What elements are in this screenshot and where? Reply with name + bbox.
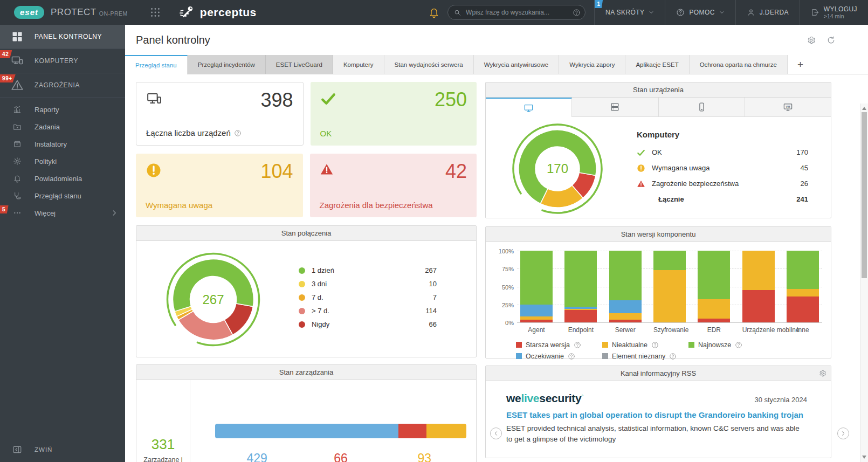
help-icon[interactable] (651, 341, 659, 349)
device-type-tab-monitor[interactable] (486, 98, 572, 117)
sidebar-item-zagro-enia[interactable]: 99+ZAGROŻENIA (0, 73, 125, 98)
help-menu[interactable]: POMOC (665, 0, 735, 25)
device-status-row-wymagana-uwaga[interactable]: Wymagana uwaga45 (637, 160, 808, 176)
sidebar-collapse-button[interactable]: ZWIŃ (0, 437, 125, 462)
stacked-bar-urz-dzenie-mobilne[interactable] (742, 251, 775, 322)
rss-article-headline-link[interactable]: ESET takes part in global operation to d… (506, 410, 807, 419)
device-type-tab-server[interactable] (572, 98, 658, 116)
tasks-icon (0, 122, 35, 131)
tab-przegl-d-incydent-w[interactable]: Przegląd incydentów (188, 55, 266, 74)
user-icon (747, 8, 755, 17)
device-type-tab-vm[interactable]: VM (745, 98, 831, 116)
rss-next-article-button[interactable] (837, 427, 849, 439)
stacked-bar-inne[interactable] (787, 251, 819, 322)
logout-label: WYLOGUJ (824, 5, 857, 13)
app-grid-icon[interactable] (149, 6, 161, 18)
logout-button[interactable]: WYLOGUJ >14 min (800, 0, 868, 25)
help-icon[interactable] (574, 341, 581, 349)
connection-status-donut-chart[interactable]: 267 (163, 250, 263, 349)
sidebar-item-label: Więcej (35, 209, 56, 217)
sidebar-item-komputery[interactable]: 42KOMPUTERY (0, 49, 125, 73)
connection-legend-value: 114 (425, 307, 437, 315)
version-legend-item-oczekiwanie[interactable]: Oczekiwanie (516, 350, 602, 362)
bar-segment-najnowsze (653, 251, 686, 270)
add-dashboard-tab-button[interactable]: + (788, 55, 813, 74)
sidebar-item-raporty[interactable]: Raporty (0, 101, 125, 118)
version-legend-item-nieaktualne[interactable]: Nieaktualne (602, 339, 688, 350)
sidebar-item-wi-cej[interactable]: 5Więcej (0, 204, 125, 222)
status-card-czna-liczba-urz-dze[interactable]: 398Łączna liczba urządzeń (136, 82, 304, 146)
device-status-label: OK (652, 148, 662, 156)
sidebar-item-instalatory[interactable]: Instalatory (0, 135, 125, 153)
management-status-bar-chart[interactable] (215, 424, 466, 438)
help-icon[interactable] (669, 353, 677, 360)
collapse-label: ZWIŃ (35, 446, 52, 453)
chevron-down-icon (719, 10, 725, 15)
device-type-tab-mobile[interactable] (659, 98, 745, 116)
sidebar-item-polityki[interactable]: Polityki (0, 153, 125, 170)
installers-icon (0, 140, 35, 148)
sidebar-item-panel-kontrolny[interactable]: PANEL KONTROLNY (0, 25, 125, 49)
status-card-label: Zagrożenia dla bezpieczeństwa (320, 201, 433, 210)
device-status-donut-chart[interactable]: 170 (509, 121, 605, 217)
tab-ochrona-oparta-na-chmurze[interactable]: Ochrona oparta na chmurze (690, 55, 788, 74)
device-status-row-ok[interactable]: OK170 (637, 144, 808, 160)
stacked-bar-endpoint[interactable] (564, 251, 597, 322)
user-label: J.DERDA (760, 9, 789, 16)
bar-segment-nieaktualne (609, 313, 642, 320)
rss-panel-title: Kanał informacyjny RSS (621, 369, 696, 377)
scrollbar-thumb[interactable] (862, 112, 867, 278)
search-input[interactable] (461, 9, 573, 16)
shortcuts-menu[interactable]: 1 NA SKRÓTY (594, 0, 665, 25)
bar-segment-najnowsze (609, 251, 642, 300)
tab-stan-wydajno-ci-serwera[interactable]: Stan wydajności serwera (384, 55, 474, 74)
version-legend-item-element-nieznany[interactable]: Element nieznany (602, 350, 688, 362)
bar-segment-oczekiwanie (609, 300, 642, 313)
status-card-wymagana-uwaga[interactable]: 104Wymagana uwaga (136, 154, 303, 217)
status-card-ok[interactable]: 250OK (311, 82, 477, 146)
tab-wykrycia-antywirusowe[interactable]: Wykrycia antywirusowe (474, 55, 559, 74)
rss-settings-gear-icon[interactable] (818, 369, 826, 377)
tab-aplikacje-eset[interactable]: Aplikacje ESET (625, 55, 689, 74)
sidebar-item-powiadomienia[interactable]: Powiadomienia (0, 170, 125, 187)
tab-wykrycia-zapory[interactable]: Wykrycia zapory (559, 55, 625, 74)
scroll-up-arrow[interactable] (860, 105, 868, 112)
bar-segment-najnowsze (564, 251, 597, 307)
legend-square-icon (602, 342, 608, 348)
sidebar-item-zadania[interactable]: Zadania (0, 118, 125, 135)
dashboard-settings-gear-icon[interactable] (807, 36, 816, 45)
dashboard-refresh-icon[interactable] (826, 36, 836, 45)
status-card-label: Łączna liczba urządzeń (146, 128, 242, 137)
device-status-row-zagro-enie-bezpiecze-stwa[interactable]: Zagrożenie bezpieczeństwa26 (637, 176, 808, 191)
connection-legend-row-nigdy[interactable]: Nigdy66 (299, 318, 437, 331)
connection-legend-row-7-d[interactable]: > 7 d.114 (299, 304, 437, 318)
rss-previous-article-button[interactable] (490, 427, 502, 439)
search-box[interactable] (447, 5, 585, 20)
user-menu[interactable]: J.DERDA (735, 0, 800, 25)
notifications-bell-icon[interactable] (428, 6, 440, 18)
status-card-label: OK (320, 129, 332, 138)
tab-przegl-d-stanu[interactable]: Przegląd stanu (125, 55, 188, 74)
help-icon[interactable] (568, 353, 575, 360)
scroll-down-arrow[interactable] (860, 453, 868, 461)
version-legend-item-starsza-wersja[interactable]: Starsza wersja (516, 339, 602, 350)
tab-komputery[interactable]: Komputery (333, 55, 384, 74)
status-icon (0, 191, 35, 200)
eset-logo: eset (14, 6, 44, 19)
help-icon[interactable] (735, 341, 742, 349)
stacked-bar-szyfrowanie[interactable] (653, 251, 686, 322)
stacked-bar-agent[interactable] (520, 251, 553, 322)
stacked-bar-edr[interactable] (698, 251, 730, 322)
connection-legend-row-7-d[interactable]: 7 d.7 (299, 291, 437, 304)
connection-legend-row-3-dni[interactable]: 3 dni10 (299, 277, 437, 291)
tab-eset-liveguard[interactable]: ESET LiveGuard (266, 55, 333, 74)
connection-legend-row-1-dzie[interactable]: 1 dzień267 (299, 264, 437, 277)
vertical-scrollbar[interactable] (860, 104, 868, 462)
stacked-bar-serwer[interactable] (609, 251, 642, 322)
sidebar-item-przegl-d-stanu[interactable]: Przegląd stanu (0, 187, 125, 204)
version-legend-item-najnowsze[interactable]: Najnowsze (688, 339, 775, 350)
help-icon[interactable] (234, 129, 242, 137)
search-help-icon[interactable] (573, 9, 581, 17)
status-card-zagro-enia-dla-bezpiecze-stwa[interactable]: 42Zagrożenia dla bezpieczeństwa (310, 154, 477, 217)
connection-legend-value: 267 (425, 266, 437, 274)
